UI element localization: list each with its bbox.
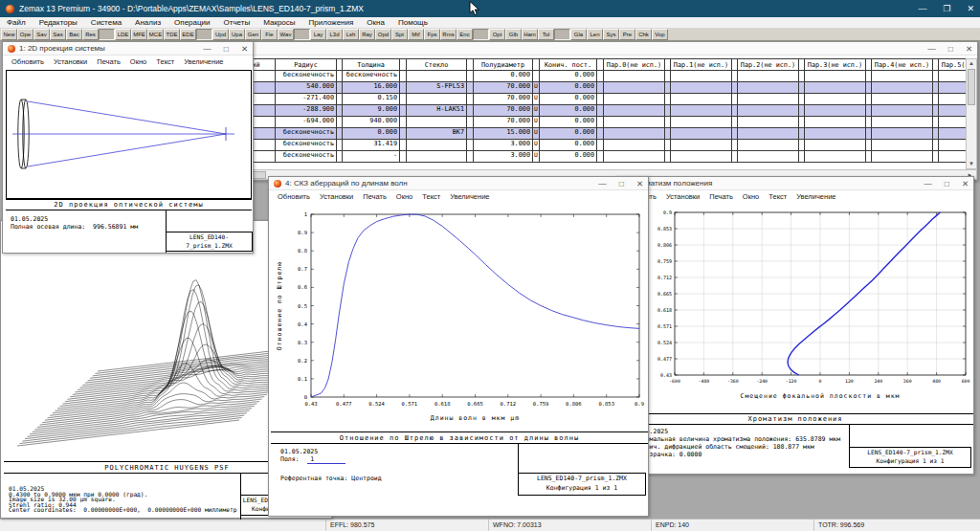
window-menu-обновить[interactable]: Обновить (7, 57, 49, 66)
toolbar-button-gen[interactable]: Gen (245, 29, 261, 40)
toolbar-button-sav[interactable]: Sav (33, 29, 50, 40)
cell[interactable]: 3.000 (474, 140, 533, 151)
cell[interactable]: S-FPL53 (407, 82, 467, 94)
window-2d-layout[interactable]: 1: 2D проекция системы — □ ✕ ОбновитьУст… (2, 41, 254, 254)
cell-solve[interactable] (467, 82, 474, 94)
cell-solve[interactable]: U (533, 105, 540, 117)
cell[interactable]: 16.000 (343, 82, 400, 94)
cell-solve[interactable]: U (533, 140, 540, 151)
cell-solve[interactable] (597, 105, 604, 117)
cell[interactable]: 15.000 (474, 128, 533, 140)
toolbar-button-ope[interactable]: Ope (17, 29, 33, 40)
toolbar-button-l3d[interactable]: L3d (326, 29, 343, 40)
cell[interactable] (805, 71, 866, 82)
window-menu-окно[interactable]: Окно (391, 192, 417, 201)
maximize-icon[interactable]: □ (945, 179, 949, 188)
table-row[interactable]: -271.4000.15070.000U0.000 (202, 94, 968, 105)
minimize-icon[interactable]: — (918, 4, 926, 13)
window-menu-установки[interactable]: Установки (49, 57, 92, 66)
close-icon[interactable]: ✕ (966, 44, 972, 54)
cell[interactable]: 0.000 (540, 128, 597, 140)
cell[interactable] (738, 140, 799, 151)
cell[interactable]: H-LAK51 (407, 105, 467, 117)
cell[interactable]: 0.000 (540, 105, 597, 117)
cell-solve[interactable] (400, 94, 407, 105)
maximize-icon[interactable]: □ (224, 44, 229, 54)
cell-solve[interactable] (467, 105, 474, 117)
cell[interactable] (939, 151, 968, 163)
cell[interactable] (872, 128, 933, 140)
cell[interactable] (872, 117, 933, 128)
editor-titlebar[interactable]: — □ ✕ (202, 42, 977, 55)
cell[interactable]: 540.000 (276, 82, 337, 94)
cell[interactable] (407, 151, 467, 163)
toolbar-button-chk[interactable]: Chk (635, 29, 652, 40)
cell[interactable] (604, 71, 665, 82)
toolbar-button-vop[interactable]: Vop (652, 29, 668, 40)
menubar-item-9[interactable]: Помощь (391, 17, 434, 29)
cell[interactable] (872, 105, 933, 117)
cell-solve[interactable] (400, 71, 407, 82)
cell[interactable] (738, 82, 799, 94)
cell[interactable]: 0.000 (540, 140, 597, 151)
cell[interactable]: бесконечность (276, 140, 337, 151)
cell[interactable] (872, 151, 933, 163)
cell[interactable] (805, 128, 866, 140)
app-titlebar[interactable]: Zemax 13 Premium - 34900 - D:\PortableAp… (0, 0, 980, 17)
table-row[interactable]: бесконечность31.4193.000U0.000 (202, 140, 968, 151)
menubar-item-7[interactable]: Приложения (302, 17, 361, 29)
cell[interactable]: 70.000 (474, 117, 533, 128)
cell[interactable] (671, 71, 732, 82)
toolbar-button-opd[interactable]: Opd (375, 29, 391, 40)
cell-solve[interactable] (400, 117, 407, 128)
toolbar-button-gla[interactable]: Gla (570, 29, 587, 40)
table-row[interactable]: бесконечность0.000BK715.000U0.000 (202, 128, 968, 140)
toolbar-button-fps[interactable]: Fps (424, 29, 440, 40)
cell[interactable] (671, 140, 732, 151)
cell[interactable]: бесконечность (343, 71, 400, 82)
cell[interactable]: 0.000 (540, 94, 597, 105)
cell[interactable]: 0.000 (343, 128, 400, 140)
toolbar-button-upa[interactable]: Upa (229, 29, 245, 40)
toolbar-button-fie[interactable]: Fie (261, 29, 278, 40)
cell[interactable] (604, 94, 665, 105)
cell[interactable]: -271.400 (276, 94, 337, 105)
window-menu-текст[interactable]: Текст (764, 192, 791, 201)
strehl-titlebar[interactable]: 4: СКЗ аберраций по длинам волн — □ ✕ (269, 177, 648, 190)
menubar-item-8[interactable]: Окна (360, 17, 391, 29)
cell[interactable] (671, 151, 732, 163)
cell-solve[interactable] (467, 140, 474, 151)
window-menu-обновить[interactable]: Обновить (273, 192, 315, 201)
cell[interactable] (671, 117, 732, 128)
cell-solve[interactable] (400, 151, 407, 163)
cell[interactable]: - (343, 151, 400, 163)
toolbar-button-ede[interactable]: EDE (180, 29, 196, 40)
maximize-icon[interactable]: □ (948, 44, 953, 54)
toolbar-button-glb[interactable]: Glb (505, 29, 522, 40)
toolbar-button-tol[interactable]: Tol (538, 29, 554, 40)
window-menu-увеличение[interactable]: Увеличение (445, 192, 494, 201)
table-row[interactable]: -288.9009.000H-LAK5170.000U0.000 (202, 105, 968, 117)
chromatic-titlebar[interactable]: Хроматизм положения — □ ✕ (615, 177, 973, 190)
cell[interactable] (604, 117, 665, 128)
window-menu-печать[interactable]: Печать (704, 192, 738, 201)
cell[interactable] (604, 151, 665, 163)
toolbar-button-mtf[interactable]: Mtf (408, 29, 424, 40)
minimize-icon[interactable]: — (927, 44, 936, 54)
close-icon[interactable]: ✕ (241, 44, 248, 54)
cell[interactable] (604, 128, 665, 140)
cell[interactable]: 9.000 (343, 105, 400, 117)
cell[interactable] (805, 105, 866, 117)
cell-solve[interactable]: U (533, 82, 540, 94)
window-menu-текст[interactable]: Текст (151, 57, 179, 66)
cell-solve[interactable] (467, 151, 474, 163)
cell[interactable] (805, 94, 866, 105)
cell[interactable] (805, 117, 866, 128)
minimize-icon[interactable]: — (203, 44, 212, 54)
cell[interactable] (738, 71, 799, 82)
toolbar-button-opt[interactable]: Opt (489, 29, 505, 40)
window-menu-печать[interactable]: Печать (358, 192, 391, 201)
cell[interactable]: -694.000 (276, 117, 337, 128)
toolbar-button-wav[interactable]: Wav (278, 29, 294, 40)
cell[interactable] (604, 105, 665, 117)
